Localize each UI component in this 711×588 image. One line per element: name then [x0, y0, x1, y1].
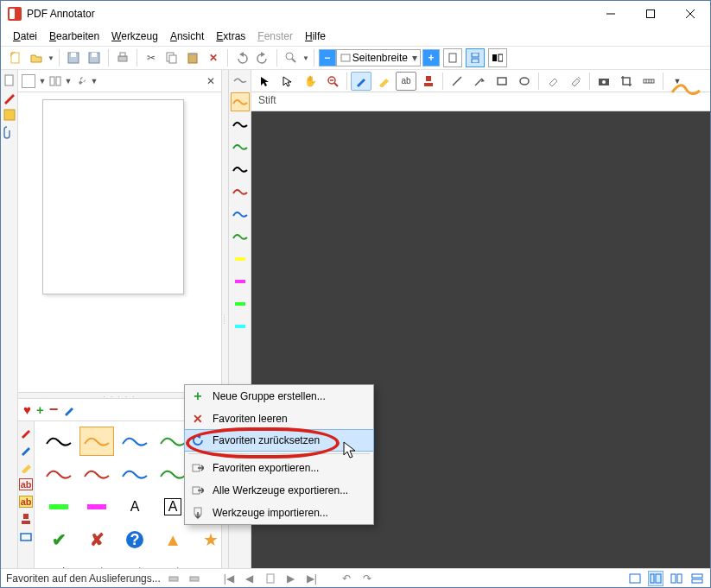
left-panel-close-button[interactable]: ✕ — [204, 74, 218, 88]
tool-eraser-icon[interactable] — [543, 72, 563, 91]
fav-cell-3-4[interactable]: ★ — [194, 525, 221, 554]
view-twopage-button[interactable] — [488, 48, 507, 67]
fav-cell-3-2[interactable]: ? — [117, 525, 152, 554]
strip-item-0[interactable] — [231, 92, 250, 111]
left-tab-book-icon[interactable] — [49, 75, 61, 87]
favorites-remove-button[interactable]: − — [49, 401, 59, 419]
tool-arrow-icon[interactable] — [469, 72, 490, 91]
left-tab-wrench-dropdown[interactable]: ▼ — [91, 77, 98, 85]
status-page-thumb[interactable] — [263, 571, 278, 586]
fav-cell-0-1[interactable] — [79, 427, 114, 456]
status-fwd-button[interactable]: ↷ — [359, 571, 375, 586]
open-button[interactable] — [27, 48, 46, 67]
rail-note-icon[interactable] — [3, 108, 16, 122]
window-minimize-button[interactable] — [591, 1, 631, 27]
zoom-out-button[interactable]: − — [319, 49, 336, 66]
menu-ansicht[interactable]: Ansicht — [165, 28, 209, 44]
menu-datei[interactable]: Datei — [8, 28, 42, 44]
window-maximize-button[interactable] — [631, 1, 670, 27]
strip-item-2[interactable] — [231, 137, 250, 156]
tool-hand-icon[interactable]: ✋ — [300, 72, 321, 91]
ctx-reset-fav[interactable]: Favoriten zurücksetzen — [184, 429, 374, 452]
strip-item-6[interactable] — [231, 227, 250, 246]
strip-item-9[interactable] — [231, 294, 250, 313]
copy-button[interactable] — [162, 48, 181, 67]
rail2-shape-icon[interactable] — [20, 530, 32, 542]
rail-pages-icon[interactable] — [3, 73, 16, 87]
tool-crop-icon[interactable] — [616, 72, 637, 91]
tool-stamp-icon[interactable] — [418, 72, 439, 91]
status-first-page-button[interactable]: |◀ — [221, 571, 237, 586]
left-tab-page-dropdown[interactable]: ▼ — [39, 77, 46, 85]
fav-cell-3-3[interactable]: ▲ — [156, 525, 190, 554]
rail-clip-icon[interactable] — [3, 125, 16, 139]
rail2-pen-red-icon[interactable] — [20, 427, 32, 439]
thumbnail-area[interactable] — [18, 92, 221, 392]
new-doc-button[interactable] — [6, 48, 25, 67]
zoom-in-button[interactable]: + — [422, 49, 440, 66]
strip-item-5[interactable] — [231, 205, 250, 224]
fav-cell-4-0[interactable] — [41, 558, 76, 568]
tool-eraser-all-icon[interactable] — [565, 72, 586, 91]
favorites-edit-button[interactable] — [63, 404, 75, 416]
status-layout3-button[interactable] — [669, 571, 684, 586]
fav-cell-0-2[interactable] — [117, 427, 152, 456]
fav-cell-1-1[interactable] — [79, 459, 114, 489]
fav-cell-1-0[interactable] — [41, 459, 76, 489]
rail2-texthl-icon[interactable]: ab — [19, 496, 33, 508]
fav-cell-4-4[interactable] — [194, 558, 221, 568]
menu-werkzeug[interactable]: Werkzeug — [106, 28, 163, 44]
fav-cell-3-0[interactable]: ✔ — [41, 525, 76, 554]
left-tab-book-dropdown[interactable]: ▼ — [65, 77, 72, 85]
print-button[interactable] — [113, 48, 132, 67]
ctx-import[interactable]: Werkzeuge importieren... — [185, 502, 373, 524]
ctx-new-group[interactable]: +Neue Gruppe erstellen... — [185, 385, 373, 408]
save-button[interactable] — [64, 48, 83, 67]
strip-item-3[interactable] — [231, 160, 250, 179]
ctx-export-fav[interactable]: Favoriten exportieren... — [185, 457, 373, 479]
delete-button[interactable]: ✕ — [204, 48, 223, 67]
tool-arrow-cursor-icon[interactable] — [255, 72, 276, 91]
tool-select-icon[interactable] — [277, 72, 298, 91]
tool-zoom-out-icon[interactable] — [322, 72, 343, 91]
tool-snapshot-icon[interactable] — [594, 72, 614, 91]
status-layout4-button[interactable] — [689, 571, 705, 586]
status-prev-page-button[interactable]: ◀ — [242, 571, 257, 586]
tool-line-icon[interactable] — [447, 72, 467, 91]
paste-button[interactable] — [183, 48, 202, 67]
ctx-clear-fav[interactable]: ✕Favoriten leeren — [185, 408, 373, 430]
left-tab-page-icon[interactable] — [22, 74, 35, 88]
tool-pen-icon[interactable] — [351, 72, 371, 91]
fav-cell-2-0[interactable] — [41, 492, 76, 522]
menu-extras[interactable]: Extras — [211, 28, 251, 44]
menu-bearbeiten[interactable]: Bearbeiten — [44, 28, 105, 44]
rail2-marker-icon[interactable] — [20, 461, 32, 473]
strip-item-10[interactable] — [231, 317, 250, 336]
status-layout1-button[interactable] — [627, 571, 643, 586]
redo-button[interactable] — [253, 48, 272, 67]
fav-cell-3-1[interactable]: ✘ — [79, 525, 114, 554]
fav-cell-4-3[interactable] — [156, 558, 190, 568]
favorites-add-button[interactable]: + — [36, 402, 44, 417]
left-tab-wrench-icon[interactable] — [75, 75, 87, 87]
strip-item-1[interactable] — [231, 115, 250, 134]
status-back-button[interactable]: ↶ — [339, 571, 354, 586]
status-print-icon[interactable] — [166, 571, 181, 586]
fav-cell-1-2[interactable] — [117, 459, 152, 489]
cut-button[interactable]: ✂ — [142, 48, 161, 67]
search-button[interactable] — [282, 48, 301, 67]
view-continuous-button[interactable] — [466, 48, 485, 67]
fav-cell-2-2[interactable]: A — [117, 492, 152, 522]
save-as-button[interactable] — [85, 48, 104, 67]
fav-cell-4-1[interactable] — [79, 558, 114, 568]
tool-rect-icon[interactable] — [492, 72, 512, 91]
ctx-export-all[interactable]: Alle Werkzeuge exportieren... — [185, 479, 373, 502]
strip-top-arrow[interactable] — [231, 73, 250, 89]
status-print2-icon[interactable] — [187, 571, 202, 586]
view-single-button[interactable] — [443, 48, 462, 67]
strip-item-7[interactable] — [231, 250, 250, 269]
rail2-text-icon[interactable]: ab — [19, 478, 33, 490]
fav-cell-2-1[interactable] — [79, 492, 114, 522]
tool-marker-icon[interactable] — [373, 72, 394, 91]
rail2-pen-blue-icon[interactable] — [20, 444, 32, 456]
